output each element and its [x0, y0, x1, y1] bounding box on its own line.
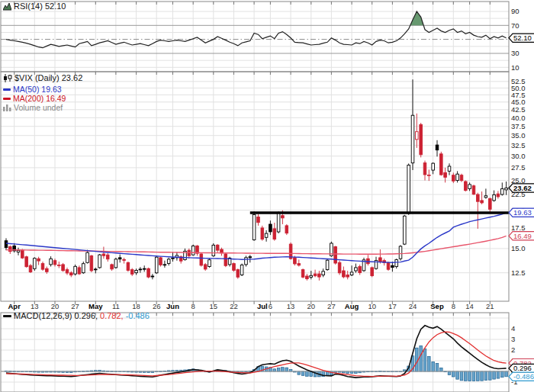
chart[interactable]: 52.550.047.545.042.540.037.535.032.530.0… — [0, 0, 534, 392]
date-axis-label: 8 — [191, 302, 195, 310]
rsi-axis-label: 90 — [511, 7, 520, 15]
price-axis-label: 27.5 — [511, 163, 526, 172]
date-axis-label: 13 — [287, 302, 295, 310]
macd-legend-signal-value: 0.782, — [100, 311, 124, 320]
date-axis-label: 15 — [210, 302, 218, 310]
date-axis-label: 27 — [327, 302, 336, 310]
rsi-axis-label: 10 — [511, 63, 520, 72]
date-axis-label: Jun — [166, 302, 179, 310]
macd-line-icon — [3, 315, 11, 317]
axis-value-box-label: 52.10 — [513, 34, 532, 42]
macd-axis-label: 2 — [511, 345, 515, 354]
price-axis-label: 15.0 — [511, 244, 526, 252]
date-axis-label: Jul — [257, 302, 268, 310]
macd-axis-label: 4 — [511, 324, 515, 333]
ma200-line-icon — [3, 98, 11, 100]
date-axis-label: May — [88, 302, 103, 310]
date-axis-label: Sep — [430, 302, 444, 310]
macd-legend: MACD(12,26,9) 0.296, 0.782, -0.486 — [3, 311, 150, 320]
rsi-legend-label: RSI(14) 52.10 — [14, 2, 66, 11]
candlestick-icon — [3, 74, 12, 82]
volume-bars-icon — [3, 104, 11, 111]
date-axis-label: 22 — [230, 302, 238, 310]
axis-value-box-label: 16.49 — [513, 232, 532, 240]
price-axis-label: 12.5 — [511, 268, 526, 277]
price-axis-label: 40.0 — [511, 114, 526, 122]
date-axis-label: 17 — [388, 302, 397, 310]
date-axis-label: 18 — [132, 302, 140, 310]
macd-line — [6, 326, 507, 378]
date-axis-label: 14 — [465, 302, 474, 310]
volume-legend: Volume undef — [3, 103, 63, 112]
rsi-legend: RSI(14) 52.10 — [3, 2, 66, 11]
rsi-line — [6, 11, 507, 48]
ma200-legend: MA(200) 16.49 — [3, 94, 66, 103]
rsi-axis-label: 30 — [511, 49, 520, 57]
ma50-legend-label: MA(50) 19.63 — [13, 85, 62, 94]
ma200-legend-label: MA(200) 16.49 — [13, 94, 66, 103]
rsi-axis-label: 70 — [511, 21, 520, 30]
price-axis-label: 37.5 — [511, 122, 526, 130]
axis-value-box-label: 19.63 — [513, 208, 532, 217]
date-axis-label: 10 — [368, 302, 376, 310]
date-axis-label: 6 — [269, 302, 272, 310]
date-axis-label: 11 — [112, 302, 120, 310]
price-axis-label: 30.0 — [511, 152, 526, 160]
axis-value-box-label: 23.62 — [513, 184, 532, 192]
axis-value-box-label: 0.296 — [513, 364, 532, 372]
ma50-line-icon — [3, 88, 11, 91]
symbol-legend: $VIX (Daily) 23.62 — [3, 73, 82, 82]
volume-legend-label: Volume undef — [14, 103, 63, 112]
date-axis-label: 13 — [31, 302, 39, 310]
axis-value-box-label: -0.486 — [513, 372, 534, 381]
price-axis-label: 17.5 — [511, 223, 526, 232]
symbol-legend-label: $VIX (Daily) 23.62 — [14, 73, 82, 82]
macd-signal-line — [6, 332, 507, 376]
macd-legend-label: MACD(12,26,9) 0.296, — [14, 311, 98, 320]
date-axis-label: Aug — [345, 302, 359, 310]
macd-axis-label: 3 — [511, 335, 515, 343]
chart-canvas[interactable]: 52.550.047.545.042.540.037.535.032.530.0… — [0, 0, 534, 392]
ma50-line — [6, 213, 507, 263]
ma50-legend: MA(50) 19.63 — [3, 85, 62, 94]
price-axis-label: 35.0 — [511, 131, 526, 140]
price-axis-label: 42.5 — [511, 105, 526, 114]
date-axis-label: 20 — [51, 302, 60, 310]
date-axis-label: 20 — [307, 302, 316, 310]
date-axis-label: 24 — [409, 302, 417, 310]
date-axis-label: 26 — [153, 302, 161, 310]
price-axis-label: 32.5 — [511, 141, 526, 149]
date-axis-label: 27 — [71, 302, 79, 310]
ma200-line — [6, 236, 507, 254]
date-axis-label: Apr — [8, 302, 21, 310]
date-axis-label: 21 — [486, 302, 494, 310]
macd-legend-hist-value: -0.486 — [126, 311, 150, 320]
rsi-area-icon — [3, 2, 11, 11]
date-axis-label: 8 — [452, 302, 455, 310]
